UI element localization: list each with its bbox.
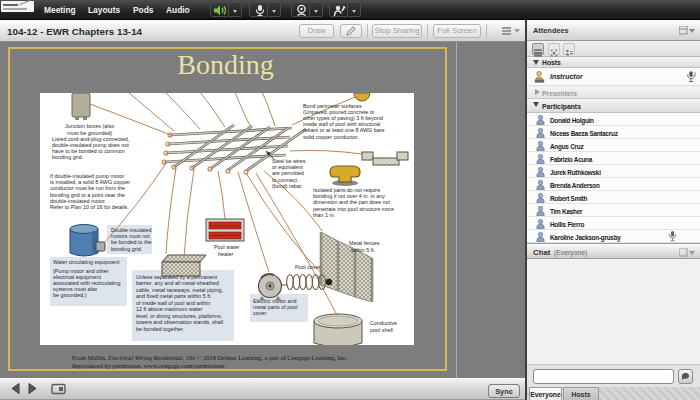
svg-text:heater: heater: [218, 251, 233, 257]
svg-text:be bonded together.: be bonded together.: [136, 326, 184, 332]
svg-text:Water circulating equipment: Water circulating equipment: [53, 259, 120, 265]
svg-text:metal parts of pool: metal parts of pool: [253, 304, 297, 310]
svg-text:(Unpaved, poured concrete or: (Unpaved, poured concrete or: [303, 109, 375, 115]
svg-text:motors must not: motors must not: [111, 233, 150, 239]
svg-text:are permitted: are permitted: [272, 170, 304, 176]
svg-text:Bond perimeter surfaces: Bond perimeter surfaces: [303, 103, 362, 109]
svg-text:Electric motor and: Electric motor and: [253, 298, 296, 304]
svg-text:penetrate into pool structure: penetrate into pool structure more: [313, 206, 394, 212]
svg-text:associated with recirculating: associated with recirculating: [53, 280, 120, 286]
svg-text:(Pump motor and other: (Pump motor and other: [53, 268, 109, 274]
svg-text:double-insulated pump does not: double-insulated pump does not: [52, 142, 129, 148]
svg-text:bonding grid.: bonding grid.: [52, 154, 83, 160]
svg-text:bonding grid to a point near t: bonding grid to a point near the: [50, 192, 125, 198]
svg-text:Refer to Plan 10 of 16 for det: Refer to Plan 10 of 16 for details.: [50, 204, 129, 210]
svg-text:dimension and the part does no: dimension and the part does not: [313, 199, 391, 205]
svg-text:inside wall of pool with struc: inside wall of pool with structural: [303, 121, 380, 127]
svg-text:to connect: to connect: [272, 177, 297, 183]
svg-text:Metal fences: Metal fences: [349, 240, 380, 246]
svg-text:systems must also: systems must also: [53, 286, 97, 292]
svg-text:cable, metal raceways, metal p: cable, metal raceways, metal piping,: [136, 287, 223, 293]
svg-text:If double-insulated pump motor: If double-insulated pump motor: [50, 173, 125, 179]
svg-text:Pool water: Pool water: [214, 244, 240, 250]
svg-text:Isolated parts do not require: Isolated parts do not require: [313, 187, 380, 193]
svg-text:towers and observation stands,: towers and observation stands, shall: [136, 319, 223, 325]
svg-text:Junction boxes (also: Junction boxes (also: [65, 123, 114, 129]
svg-text:Pool cover: Pool cover: [295, 264, 321, 270]
svg-text:Unless separated by a permanen: Unless separated by a permanent: [136, 274, 217, 280]
svg-text:pool shell: pool shell: [370, 327, 393, 333]
svg-text:or equivalent: or equivalent: [272, 164, 303, 170]
svg-text:have to be bonded to common: have to be bonded to common: [52, 148, 125, 154]
svg-text:other types of paving) 3 ft be: other types of paving) 3 ft beyond: [303, 115, 383, 121]
svg-text:is installed, a solid 8 AWG co: is installed, a solid 8 AWG copper: [50, 179, 130, 185]
svg-text:within 5 ft.: within 5 ft.: [350, 247, 375, 253]
svg-text:Conductive: Conductive: [370, 320, 397, 326]
svg-text:be grounded.): be grounded.): [53, 292, 87, 298]
svg-text:rebars or at least one 8 AWG b: rebars or at least one 8 AWG bare: [303, 127, 385, 133]
svg-text:cover: cover: [253, 310, 266, 316]
svg-text:(bond) rebar.: (bond) rebar.: [272, 183, 303, 189]
svg-text:Steel tie wires: Steel tie wires: [272, 158, 306, 164]
svg-text:than 1 in.: than 1 in.: [313, 212, 335, 218]
svg-text:bonding if not over 4 in. in a: bonding if not over 4 in. in any: [313, 193, 385, 199]
svg-text:barrier, any and all metal-she: barrier, any and all metal-sheathed: [136, 280, 219, 286]
svg-text:level, or diving structures, p: level, or diving structures, platforms,: [136, 313, 223, 319]
svg-text:conductor must be run from the: conductor must be run from the: [50, 185, 125, 191]
svg-text:solid copper conductor.: solid copper conductor.: [303, 134, 358, 140]
svg-text:of inside wall of pool and wit: of inside wall of pool and within: [136, 300, 210, 306]
svg-text:Double-insulated: Double-insulated: [111, 227, 151, 233]
svg-text:bonding grid.: bonding grid.: [111, 246, 142, 252]
svg-text:and fixed metal parts within 5: and fixed metal parts within 5 ft.: [136, 293, 212, 299]
svg-text:Listed cord-and-plug-connected: Listed cord-and-plug-connected,: [52, 136, 130, 142]
svg-text:be bonded to the: be bonded to the: [111, 239, 151, 245]
svg-text:electrical equipment: electrical equipment: [53, 274, 101, 280]
svg-text:double-insulated motor.: double-insulated motor.: [50, 198, 106, 204]
svg-text:12 ft above maximum water: 12 ft above maximum water: [136, 306, 202, 312]
